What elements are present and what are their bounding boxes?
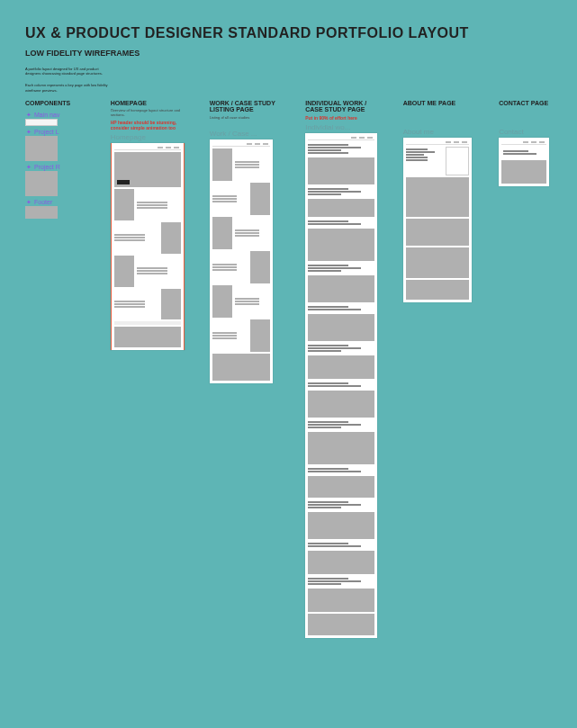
wf-footer <box>501 160 546 184</box>
wf-block <box>308 199 374 217</box>
wf-text <box>308 304 374 312</box>
col-red-homepage: HP header should be stunning, consider s… <box>111 120 185 130</box>
col-components: Components ✦ Main nav ✦ Project L ✦ Proj… <box>25 100 86 222</box>
component-icon: ✦ <box>25 112 32 118</box>
wf-text <box>308 541 374 549</box>
frame-label-work: Work / Case ... <box>210 130 280 138</box>
wf-block <box>308 512 374 539</box>
wireframe-individual[interactable] <box>305 133 377 638</box>
wf-block <box>308 391 374 418</box>
wf-text <box>308 381 374 389</box>
wf-block <box>308 589 374 612</box>
wf-nav <box>212 142 270 147</box>
wf-block <box>406 247 469 278</box>
wf-nav <box>501 140 546 145</box>
wf-block <box>406 177 469 217</box>
component-project-l[interactable]: ✦ Project L <box>25 129 86 135</box>
col-title-work: Work / Case Study Listing page <box>210 100 280 113</box>
wf-stripe <box>114 321 181 325</box>
frame-label-contact: Contact <box>499 128 552 136</box>
frame-label-individual: Individial wo... <box>305 123 377 131</box>
frame-label-about: About me <box>403 128 473 136</box>
col-homepage: Homepage Overview of homepage layout str… <box>111 100 185 351</box>
component-icon: ✦ <box>25 129 32 135</box>
wireframe-work[interactable] <box>210 139 273 383</box>
component-label: Footer <box>34 199 52 205</box>
wf-text <box>308 263 374 274</box>
col-desc-homepage: Overview of homepage layout structure an… <box>111 108 183 117</box>
col-work: Work / Case Study Listing page Listing o… <box>210 100 280 383</box>
wf-block <box>308 551 374 574</box>
wf-text <box>308 499 374 510</box>
component-footer[interactable]: ✦ Footer <box>25 199 86 205</box>
wf-block <box>308 229 374 261</box>
col-individual: Individual Work / Case Study page Put in… <box>305 100 377 638</box>
wf-text <box>308 576 374 587</box>
wf-hero <box>114 152 181 187</box>
col-title-individual: Individual Work / Case Study page <box>305 100 377 113</box>
col-title-contact: Contact page <box>499 100 552 107</box>
component-project-l-preview <box>25 136 58 161</box>
wf-project-row <box>212 319 270 352</box>
wf-hero <box>308 157 374 184</box>
wf-text <box>501 147 546 158</box>
component-label: Project L <box>34 129 59 135</box>
component-label: Project R <box>34 164 60 170</box>
component-project-r-preview <box>25 171 58 196</box>
col-title-components: Components <box>25 100 86 107</box>
wf-footer <box>212 354 270 381</box>
component-footer-preview <box>25 206 58 219</box>
wf-block <box>308 476 374 498</box>
wireframe-about[interactable] <box>403 138 472 302</box>
wf-text <box>308 186 374 197</box>
wf-project-row <box>212 148 270 181</box>
component-project-r[interactable]: ✦ Project R <box>25 164 86 170</box>
wf-project-row <box>212 251 270 283</box>
page-subtitle: Low Fidelity wireframes <box>25 49 552 58</box>
page-desc-1: A portfolio layout designed for UX and p… <box>25 67 115 76</box>
wf-text <box>308 466 374 474</box>
col-contact: Contact page Contact <box>499 100 552 187</box>
col-about: About Me page About me <box>403 100 473 303</box>
wf-project-row <box>212 183 270 215</box>
col-title-about: About Me page <box>403 100 473 107</box>
wf-footer <box>114 327 181 347</box>
wf-text <box>308 219 374 227</box>
col-title-homepage: Homepage <box>111 100 185 107</box>
wf-project-row <box>114 289 181 320</box>
wf-project-row <box>114 222 181 254</box>
component-main-nav-preview <box>25 119 58 126</box>
columns-row: Components ✦ Main nav ✦ Project L ✦ Proj… <box>25 100 552 638</box>
page-desc-2: Each column represents a key page with l… <box>25 83 115 92</box>
component-icon: ✦ <box>25 164 32 170</box>
wf-project-row <box>212 217 270 249</box>
wf-block <box>308 355 374 379</box>
component-icon: ✦ <box>25 199 32 205</box>
wf-text <box>308 343 374 354</box>
wireframe-contact[interactable] <box>499 138 549 186</box>
wf-nav <box>406 140 469 145</box>
wf-project-row <box>212 285 270 318</box>
wf-block <box>308 275 374 302</box>
wf-footer <box>308 614 374 635</box>
wf-block <box>308 314 374 341</box>
component-label: Main nav <box>34 112 59 118</box>
wf-footer <box>406 280 469 300</box>
component-main-nav[interactable]: ✦ Main nav <box>25 112 86 118</box>
wf-block <box>406 219 469 246</box>
frame-label-homepage: Homepage <box>111 133 185 141</box>
wf-project-row <box>114 256 181 287</box>
wf-text <box>308 142 374 156</box>
col-desc-work: Listing of all case studies <box>210 115 280 120</box>
wireframe-homepage[interactable] <box>111 143 185 350</box>
wf-block <box>308 432 374 464</box>
wf-text <box>308 419 374 430</box>
page-title: UX & Product Designer Standard Portfolio… <box>25 25 552 41</box>
col-red-individual: Put in 90% of effort here <box>305 115 377 121</box>
wf-about-hero <box>406 147 469 175</box>
wf-project-row <box>114 189 181 220</box>
wf-nav <box>308 136 374 140</box>
wf-nav <box>114 146 181 150</box>
